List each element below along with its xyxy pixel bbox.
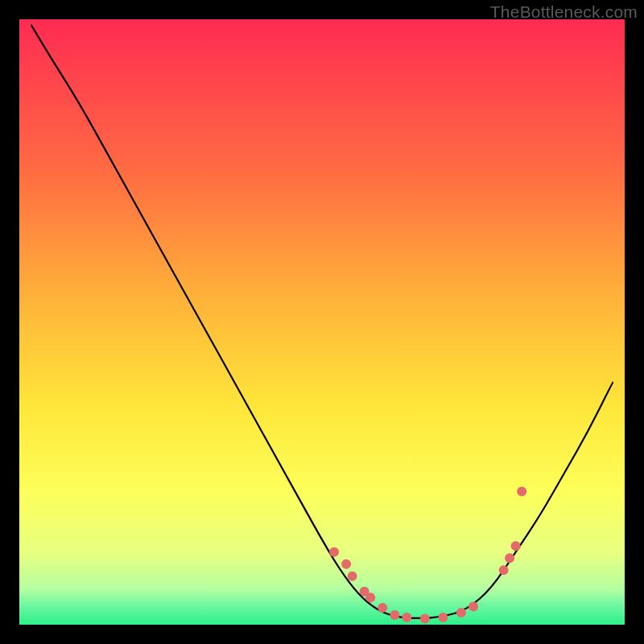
data-marker [438, 613, 448, 622]
data-marker [420, 613, 430, 623]
data-marker [378, 603, 387, 613]
data-marker [341, 559, 351, 569]
data-marker [511, 541, 521, 551]
data-marker [365, 592, 375, 602]
data-marker [402, 613, 411, 622]
data-marker [505, 553, 514, 563]
data-marker [469, 601, 478, 611]
chart-plot [19, 19, 625, 625]
data-marker [329, 547, 339, 557]
data-marker [499, 565, 509, 575]
data-marker [517, 487, 526, 497]
gradient-bg [19, 19, 625, 625]
watermark-text: TheBottleneck.com [490, 2, 638, 22]
data-marker [456, 608, 466, 617]
data-marker [390, 610, 399, 620]
data-marker [348, 572, 357, 581]
